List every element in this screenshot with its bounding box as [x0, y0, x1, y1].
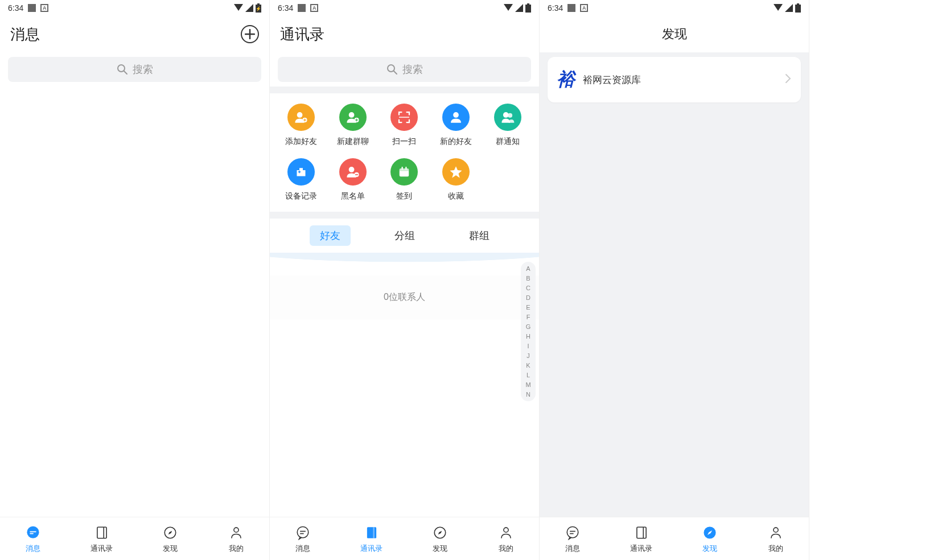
- compass-icon: [701, 524, 718, 541]
- svg-rect-32: [406, 167, 407, 170]
- group-notify-icon: [494, 104, 521, 131]
- action-add-friend[interactable]: 添加好友: [275, 104, 327, 147]
- search-input[interactable]: 搜索: [8, 57, 261, 82]
- add-friend-icon: [287, 104, 315, 131]
- action-blacklist[interactable]: 黑名单: [327, 158, 379, 201]
- nav-contacts[interactable]: 通讯录: [360, 524, 382, 554]
- alpha-letter[interactable]: F: [527, 314, 530, 320]
- action-favorites[interactable]: 收藏: [430, 158, 482, 201]
- action-device-log[interactable]: 设备记录: [275, 158, 327, 201]
- alpha-letter[interactable]: I: [527, 343, 529, 349]
- screen-discover: 6:34 A 发现 裕 裕网云资源库 消息 通讯录: [540, 0, 809, 560]
- signal-icon: [245, 4, 253, 12]
- alpha-letter[interactable]: M: [525, 381, 530, 388]
- header: 发现: [540, 16, 809, 52]
- scan-icon: [390, 104, 418, 131]
- nav-label: 消息: [565, 543, 580, 554]
- nav-contacts[interactable]: 通讯录: [630, 524, 652, 554]
- alpha-letter[interactable]: J: [527, 352, 530, 359]
- nav-messages[interactable]: 消息: [564, 524, 581, 554]
- svg-point-16: [297, 112, 303, 118]
- alpha-letter[interactable]: A: [526, 265, 530, 272]
- action-label: 设备记录: [285, 191, 317, 201]
- nav-discover[interactable]: 发现: [431, 524, 449, 554]
- alpha-letter[interactable]: G: [526, 323, 531, 330]
- search-placeholder: 搜索: [402, 63, 423, 76]
- header: 消息: [0, 16, 269, 52]
- nav-me[interactable]: 我的: [497, 524, 515, 554]
- tab-groups-by[interactable]: 分组: [384, 225, 425, 246]
- discover-item-yuwang[interactable]: 裕 裕网云资源库: [548, 57, 801, 102]
- search-icon: [117, 64, 128, 75]
- nav-messages[interactable]: 消息: [294, 524, 311, 554]
- search-icon: [386, 64, 398, 75]
- star-icon: [442, 158, 470, 186]
- tab-group-chats[interactable]: 群组: [459, 225, 500, 246]
- message-icon: [564, 524, 581, 541]
- nav-label: 消息: [295, 543, 310, 554]
- svg-point-42: [567, 526, 578, 538]
- nav-discover[interactable]: 发现: [701, 524, 718, 554]
- nav-discover[interactable]: 发现: [162, 524, 179, 554]
- action-label: 添加好友: [285, 137, 317, 147]
- blacklist-icon: [339, 158, 367, 186]
- nav-label: 发现: [702, 543, 717, 554]
- svg-rect-36: [367, 527, 376, 538]
- action-label: 黑名单: [341, 191, 365, 201]
- alpha-letter[interactable]: E: [526, 304, 530, 311]
- alpha-letter[interactable]: H: [526, 333, 530, 340]
- alpha-index[interactable]: A B C D E F G H I J K L M N: [521, 262, 536, 401]
- nav-label: 发现: [433, 543, 447, 554]
- add-button[interactable]: [241, 25, 259, 43]
- action-new-friends[interactable]: 新的好友: [430, 104, 482, 147]
- search-placeholder: 搜索: [133, 63, 153, 76]
- status-time: 6:34: [548, 3, 563, 13]
- alpha-letter[interactable]: N: [526, 391, 530, 398]
- status-bar: 6:34 A ⚡: [0, 0, 269, 16]
- checkin-icon: [390, 158, 418, 186]
- screen-messages: 6:34 A ⚡ 消息 搜索 消息 通讯录: [0, 0, 270, 560]
- nav-label: 我的: [499, 543, 513, 554]
- discover-item-label: 裕网云资源库: [583, 73, 641, 87]
- alpha-letter[interactable]: B: [526, 275, 530, 282]
- nav-me[interactable]: 我的: [228, 524, 245, 554]
- status-bar: 6:34 A: [270, 0, 539, 16]
- screen-contacts: 6:34 A 通讯录 搜索 添加好友 新建群聊: [270, 0, 540, 560]
- svg-rect-1: [257, 3, 260, 5]
- svg-rect-37: [373, 527, 374, 538]
- action-scan[interactable]: 扫一扫: [379, 104, 430, 147]
- status-right-icons: [504, 3, 531, 13]
- svg-point-21: [453, 112, 459, 118]
- search-input[interactable]: 搜索: [278, 57, 531, 82]
- alpha-letter[interactable]: K: [526, 362, 530, 369]
- message-icon: [294, 524, 311, 541]
- alpha-letter[interactable]: D: [526, 294, 530, 301]
- compass-icon: [162, 524, 179, 541]
- person-icon: [497, 524, 515, 541]
- svg-point-11: [234, 528, 238, 532]
- status-time: 6:34: [278, 3, 293, 13]
- action-new-group[interactable]: 新建群聊: [327, 104, 379, 147]
- wifi-icon: [234, 4, 243, 12]
- contacts-icon: [633, 524, 650, 541]
- status-a-icon: A: [310, 4, 318, 12]
- tab-friends[interactable]: 好友: [310, 225, 351, 246]
- contact-count-label: 0位联系人: [270, 275, 539, 319]
- alpha-letter[interactable]: C: [526, 285, 530, 291]
- nav-label: 通讯录: [91, 543, 113, 554]
- action-checkin[interactable]: 签到: [379, 158, 430, 201]
- action-group-notify[interactable]: 群通知: [482, 104, 533, 147]
- nav-messages[interactable]: 消息: [24, 524, 42, 554]
- battery-icon: ⚡: [256, 3, 261, 13]
- status-square-icon: [567, 4, 575, 12]
- nav-contacts[interactable]: 通讯录: [91, 524, 113, 554]
- message-icon: [24, 524, 42, 541]
- contact-tabs: 好友 分组 群组: [270, 219, 539, 253]
- action-label: 群通知: [496, 137, 520, 147]
- alpha-letter[interactable]: L: [527, 372, 530, 378]
- svg-rect-45: [636, 527, 645, 538]
- svg-point-3: [118, 65, 125, 72]
- status-square-icon: [28, 4, 36, 12]
- status-right-icons: [774, 3, 801, 13]
- nav-me[interactable]: 我的: [767, 524, 784, 554]
